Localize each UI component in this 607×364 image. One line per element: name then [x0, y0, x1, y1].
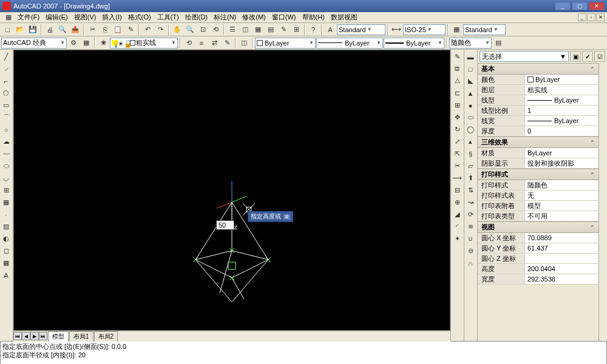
- planar-icon[interactable]: ▱: [464, 160, 476, 172]
- pline-icon[interactable]: ⌐: [0, 75, 12, 87]
- open-icon[interactable]: 📂: [14, 24, 26, 35]
- point-icon[interactable]: ·: [0, 209, 12, 220]
- designcenter-icon[interactable]: ◫: [239, 24, 251, 35]
- polysolid-icon[interactable]: ▬: [464, 51, 476, 62]
- erase-icon[interactable]: ✎: [451, 51, 463, 62]
- quickselect-icon[interactable]: ▣: [570, 51, 581, 62]
- fillet-icon[interactable]: ◜: [451, 221, 463, 232]
- pickadd-icon[interactable]: ☑: [594, 51, 605, 62]
- plotstyle-combo[interactable]: 随颜色▼: [449, 38, 492, 49]
- union-icon[interactable]: ∪: [464, 233, 476, 244]
- circle-icon[interactable]: ○: [0, 124, 12, 135]
- new-icon[interactable]: □: [1, 24, 13, 35]
- prop-row[interactable]: 颜色ByLayer: [478, 75, 599, 85]
- paste-icon[interactable]: 📋: [112, 24, 124, 35]
- workspace-settings-icon[interactable]: ⚙: [67, 37, 80, 49]
- save-icon[interactable]: 💾: [27, 24, 39, 35]
- zoom-window-icon[interactable]: ⊡: [197, 24, 209, 35]
- intersect-icon[interactable]: ∩: [464, 257, 476, 269]
- zoom-prev-icon[interactable]: ⟲: [209, 24, 222, 35]
- tablestyle-icon[interactable]: ▦: [450, 24, 463, 35]
- makeblock-icon[interactable]: ▦: [0, 197, 12, 208]
- subtract-icon[interactable]: ⊖: [464, 245, 476, 257]
- stretch-icon[interactable]: ⇱: [451, 148, 463, 160]
- doc-close-button[interactable]: ✕: [596, 13, 605, 21]
- arc-icon[interactable]: ⌒: [0, 112, 12, 123]
- prop-row[interactable]: 材质ByLayer: [478, 148, 599, 158]
- polygon-icon[interactable]: ⬠: [0, 87, 12, 99]
- cylinder-icon[interactable]: ⬭: [464, 112, 476, 123]
- prop-row[interactable]: 阴影显示投射和接收阴影: [478, 158, 599, 169]
- prop-row[interactable]: 打印样式表无: [478, 190, 599, 201]
- dimstyle-combo[interactable]: ISO-25▼: [403, 24, 446, 35]
- line-icon[interactable]: ╱: [0, 51, 12, 62]
- prop-section-header[interactable]: 三维效果⌃: [478, 137, 599, 148]
- menu-window[interactable]: 窗口(W): [269, 12, 299, 22]
- array-icon[interactable]: ⊞: [451, 99, 463, 111]
- pyramid-icon[interactable]: ▴: [464, 136, 476, 147]
- spline-icon[interactable]: 〰: [0, 148, 12, 160]
- tab-first-icon[interactable]: ⏮: [13, 332, 22, 340]
- gradient-icon[interactable]: ◐: [0, 233, 12, 244]
- join-icon[interactable]: ⊕: [451, 197, 463, 208]
- prop-row[interactable]: 厚度0: [478, 126, 599, 136]
- workspace-combo[interactable]: AutoCAD 经典▼: [1, 38, 67, 49]
- dimstyle-icon[interactable]: ⟷: [390, 24, 402, 35]
- prop-section-header[interactable]: 打印样式⌃: [478, 169, 599, 180]
- tab-prev-icon[interactable]: ◀: [22, 332, 30, 340]
- layer-props-icon[interactable]: ❀: [97, 37, 109, 49]
- prop-row[interactable]: 线型ByLayer: [478, 95, 599, 106]
- match-icon[interactable]: ✎: [124, 24, 137, 35]
- table-icon[interactable]: ▦: [0, 257, 12, 269]
- prop-row[interactable]: 打印表类型不可用: [478, 211, 599, 221]
- calc-icon[interactable]: ⊞: [290, 24, 302, 35]
- extend-icon[interactable]: ⟶: [451, 172, 463, 184]
- prop-row[interactable]: 打印表附着到模型: [478, 201, 599, 211]
- layer-states-icon[interactable]: ≡: [195, 37, 208, 49]
- box-icon[interactable]: □: [464, 63, 476, 75]
- helix-icon[interactable]: §: [464, 148, 476, 160]
- menu-insert[interactable]: 插入(I): [99, 12, 124, 22]
- menu-draw[interactable]: 绘图(D): [182, 12, 211, 22]
- publish-icon[interactable]: 📤: [69, 24, 81, 35]
- textstyle-combo[interactable]: Standard▼: [337, 24, 385, 35]
- offset-icon[interactable]: ⊏: [451, 87, 463, 99]
- tab-next-icon[interactable]: ▶: [30, 332, 39, 340]
- menu-modify[interactable]: 修改(M): [239, 12, 269, 22]
- prop-row[interactable]: 打印样式随颜色: [478, 180, 599, 190]
- menu-dataview[interactable]: 数据视图: [328, 12, 361, 22]
- prop-row[interactable]: 线宽ByLayer: [478, 116, 599, 126]
- prop-row[interactable]: 圆心 Z 坐标: [478, 254, 599, 264]
- ellipse-icon[interactable]: ⬭: [0, 160, 12, 172]
- region-icon[interactable]: ◻: [0, 245, 12, 257]
- wedge-icon[interactable]: ◣: [464, 75, 476, 87]
- tab-layout2[interactable]: 布局2: [94, 331, 118, 342]
- layer-combo[interactable]: 💡☀🔓 粗实线▼: [110, 38, 178, 49]
- sheetset-icon[interactable]: ▤: [265, 24, 277, 35]
- close-button[interactable]: ✕: [589, 2, 605, 10]
- cone-icon[interactable]: ▲: [464, 87, 476, 99]
- markup-icon[interactable]: ✎: [277, 24, 290, 35]
- menu-format[interactable]: 格式(O): [125, 12, 154, 22]
- menu-dimension[interactable]: 标注(N): [211, 12, 239, 22]
- block-icon[interactable]: ⊞: [0, 184, 12, 196]
- menu-file[interactable]: 文件(F): [15, 12, 42, 22]
- zoom-icon[interactable]: 🔍: [184, 24, 196, 35]
- color-combo[interactable]: ByLayer▼: [255, 38, 316, 49]
- prop-section-header[interactable]: 基本⌃: [478, 64, 599, 75]
- pan-icon[interactable]: ✋: [171, 24, 183, 35]
- rotate-icon[interactable]: ↻: [451, 124, 463, 135]
- selectobj-icon[interactable]: ✔: [582, 51, 593, 62]
- tablestyle-combo[interactable]: Standard▼: [463, 24, 506, 35]
- revcloud-icon[interactable]: ☁: [0, 136, 12, 147]
- sphere-icon[interactable]: ●: [464, 99, 476, 111]
- minimize-button[interactable]: _: [555, 2, 571, 10]
- help-icon[interactable]: ?: [307, 24, 319, 35]
- linetype-combo[interactable]: ByLayer▼: [316, 38, 383, 49]
- copy-icon[interactable]: ⎘: [99, 24, 111, 35]
- prop-row[interactable]: 图层粗实线: [478, 85, 599, 95]
- break-icon[interactable]: ⊟: [451, 184, 463, 196]
- prop-section-header[interactable]: 视图⌃: [478, 222, 599, 233]
- mirror-icon[interactable]: ⧊: [451, 75, 463, 87]
- torus-icon[interactable]: ◯: [464, 124, 476, 135]
